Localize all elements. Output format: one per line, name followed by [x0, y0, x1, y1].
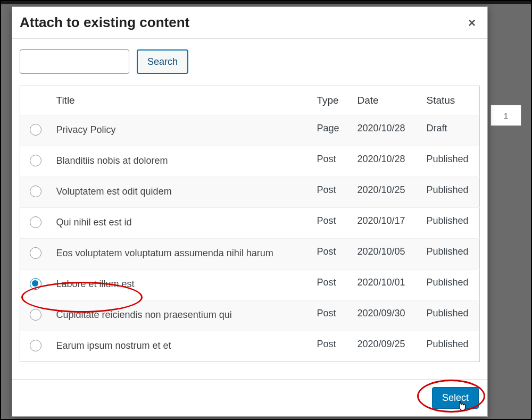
row-date: 2020/10/05: [352, 239, 421, 270]
row-date: 2020/10/28: [352, 146, 421, 177]
row-title: Privacy Policy: [51, 115, 312, 146]
row-radio[interactable]: [30, 247, 41, 259]
row-status: Published: [421, 331, 480, 362]
search-input[interactable]: [20, 49, 129, 74]
row-title: Blanditiis nobis at dolorem: [51, 146, 312, 177]
content-table: Title Type Date Status Privacy PolicyPag…: [20, 86, 480, 362]
select-button[interactable]: Select: [432, 387, 479, 409]
row-type: Post: [312, 208, 352, 239]
row-type: Page: [312, 115, 352, 146]
row-radio[interactable]: [30, 155, 41, 166]
attach-content-modal: Attach to existing content × Search Titl…: [12, 6, 488, 417]
table-row[interactable]: Voluptatem est odit quidemPost2020/10/25…: [20, 177, 480, 208]
modal-header: Attach to existing content ×: [12, 7, 487, 39]
row-type: Post: [312, 331, 352, 362]
row-radio[interactable]: [30, 309, 41, 321]
row-date: 2020/09/25: [352, 331, 421, 362]
row-status: Published: [421, 146, 480, 177]
col-title: Title: [51, 86, 312, 115]
table-row[interactable]: Cupiditate reiciendis non praesentium qu…: [20, 300, 480, 331]
table-row[interactable]: Labore et illum estPost2020/10/01Publish…: [20, 270, 480, 300]
search-row: Search: [20, 49, 480, 74]
search-button[interactable]: Search: [137, 49, 188, 74]
row-title: Labore et illum est: [51, 270, 312, 300]
row-radio[interactable]: [30, 216, 41, 228]
row-title: Voluptatem est odit quidem: [51, 177, 312, 208]
row-radio[interactable]: [30, 124, 41, 136]
table-row[interactable]: Blanditiis nobis at doloremPost2020/10/2…: [20, 146, 480, 177]
row-status: Published: [421, 300, 480, 331]
row-title: Earum ipsum nostrum et et: [51, 331, 312, 362]
row-date: 2020/10/01: [352, 270, 421, 300]
row-type: Post: [312, 300, 352, 331]
col-radio: [20, 86, 51, 115]
table-row[interactable]: Privacy PolicyPage2020/10/28Draft: [20, 115, 480, 146]
modal-body[interactable]: Search Title Type Date Status Privacy Po…: [12, 39, 487, 379]
row-date: 2020/10/25: [352, 177, 421, 208]
modal-title: Attach to existing content: [20, 14, 189, 31]
row-title: Eos voluptatem voluptatum assumenda nihi…: [51, 239, 312, 270]
row-type: Post: [312, 270, 352, 300]
col-type: Type: [312, 86, 352, 115]
row-status: Published: [421, 270, 480, 300]
row-status: Published: [421, 208, 480, 239]
table-header-row: Title Type Date Status: [20, 86, 480, 115]
col-date: Date: [352, 86, 421, 115]
row-radio[interactable]: [30, 186, 41, 197]
row-status: Published: [421, 239, 480, 270]
table-row[interactable]: Qui nihil est est idPost2020/10/17Publis…: [20, 208, 480, 239]
table-row[interactable]: Earum ipsum nostrum et etPost2020/09/25P…: [20, 331, 480, 362]
row-title: Cupiditate reiciendis non praesentium qu…: [51, 300, 312, 331]
row-radio[interactable]: [30, 340, 41, 351]
row-date: 2020/10/28: [352, 115, 421, 146]
row-type: Post: [312, 146, 352, 177]
row-title: Qui nihil est est id: [51, 208, 312, 239]
modal-footer: Select: [12, 379, 487, 416]
row-type: Post: [312, 239, 352, 270]
row-type: Post: [312, 177, 352, 208]
row-date: 2020/10/17: [352, 208, 421, 239]
col-status: Status: [421, 86, 480, 115]
close-icon[interactable]: ×: [466, 15, 478, 30]
page-number-box[interactable]: 1: [491, 105, 521, 126]
row-status: Draft: [421, 115, 480, 146]
row-date: 2020/09/30: [352, 300, 421, 331]
table-row[interactable]: Eos voluptatem voluptatum assumenda nihi…: [20, 239, 480, 270]
row-status: Published: [421, 177, 480, 208]
row-radio[interactable]: [30, 278, 41, 290]
